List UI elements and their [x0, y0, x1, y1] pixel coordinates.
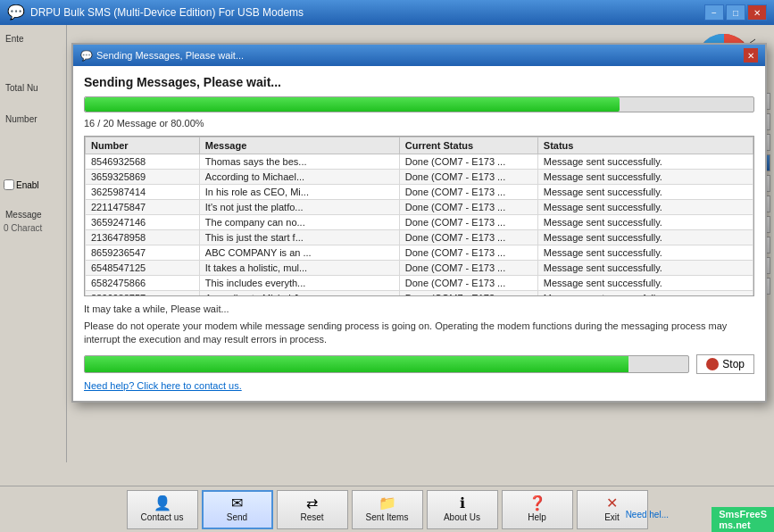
table-cell: Done (COM7 - E173 ... [399, 215, 537, 230]
help-icon: ❓ [528, 496, 546, 511]
window-controls: − □ ✕ [704, 4, 767, 21]
table-cell: Message sent successfully. [537, 215, 753, 230]
enable-label: Enabl [16, 180, 39, 190]
maximize-button[interactable]: □ [726, 4, 745, 21]
col-status: Status [537, 137, 753, 154]
table-cell: Done (COM7 - E173 ... [399, 200, 537, 215]
dialog-title: Sending Messages, Please wait... [96, 50, 244, 61]
warning-text: Please do not operate your modem while m… [84, 320, 754, 347]
enable-checkbox[interactable] [4, 179, 14, 190]
progress-text: 16 / 20 Message or 80.00% [84, 118, 754, 129]
help-link[interactable]: Need help? Click here to contact us. [84, 380, 242, 391]
table-cell: According to Michal J... [199, 291, 399, 297]
sent-items-button[interactable]: 📁 Sent Items [352, 490, 423, 529]
char-count: 0 Charact [4, 223, 62, 233]
message-table-container[interactable]: Number Message Current Status Status 854… [84, 136, 754, 296]
col-message: Message [199, 137, 399, 154]
table-cell: Thomas says the bes... [199, 154, 399, 170]
table-cell: Message sent successfully. [537, 230, 753, 245]
help-label: Help [528, 512, 546, 522]
dialog-heading: Sending Messages, Please wait... [84, 75, 754, 89]
app-body: Ente Total Nu Number Enabl Message 0 Cha… [0, 25, 774, 532]
table-cell: It's not just the platfo... [199, 200, 399, 215]
sent-items-label: Sent Items [366, 512, 409, 522]
stop-icon [706, 358, 719, 370]
exit-label: Exit [604, 512, 620, 522]
table-cell: 3659325869 [86, 170, 200, 185]
message-table: Number Message Current Status Status 854… [85, 137, 753, 296]
table-row: 3659325869According to Michael...Done (C… [86, 170, 753, 185]
table-cell: Done (COM7 - E173 ... [399, 276, 537, 291]
dialog-body: Sending Messages, Please wait... 16 / 20… [73, 66, 765, 401]
bottom-progress-row: Stop [84, 354, 754, 374]
bottom-toolbar: 👤 Contact us ✉ Send ⇄ Reset 📁 Sent Items… [0, 486, 774, 532]
dialog-icon: 💬 [80, 50, 93, 62]
table-cell: The company can no... [199, 215, 399, 230]
table-header-row: Number Message Current Status Status [86, 137, 753, 154]
wait-text: It may take a while, Please wait... [84, 303, 754, 314]
dialog-titlebar: 💬 Sending Messages, Please wait... ✕ [73, 45, 765, 66]
table-cell: Message sent successfully. [537, 154, 753, 170]
about-us-button[interactable]: ℹ About Us [427, 490, 498, 529]
bottom-help-text: Need hel... [626, 510, 669, 520]
table-cell: 2136478958 [86, 230, 200, 245]
app-icon: 💬 [7, 5, 25, 20]
table-cell: In his role as CEO, Mi... [199, 185, 399, 200]
send-button[interactable]: ✉ Send [202, 490, 273, 529]
table-row: 8896988757According to Michal J...Done (… [86, 291, 753, 297]
table-cell: This is just the start f... [199, 230, 399, 245]
about-us-icon: ℹ [460, 496, 465, 511]
table-cell: It takes a holistic, mul... [199, 261, 399, 276]
table-cell: Message sent successfully. [537, 261, 753, 276]
table-cell: Message sent successfully. [537, 245, 753, 261]
window-close-button[interactable]: ✕ [747, 4, 767, 21]
reset-button[interactable]: ⇄ Reset [277, 490, 348, 529]
table-row: 8546932568Thomas says the bes...Done (CO… [86, 154, 753, 170]
sent-items-icon: 📁 [379, 496, 396, 511]
table-row: 3659247146The company can no...Done (COM… [86, 215, 753, 230]
table-cell: 8659236547 [86, 245, 200, 261]
table-cell: 3625987414 [86, 185, 200, 200]
contact-us-icon: 👤 [154, 496, 171, 511]
help-button[interactable]: ❓ Help [502, 490, 573, 529]
sidebar-label-3: Number [4, 112, 62, 126]
top-progress-bar [84, 96, 754, 112]
sidebar-label-1: Ente [4, 32, 62, 46]
col-current-status: Current Status [399, 137, 537, 154]
about-us-label: About Us [444, 512, 480, 522]
table-row: 6582475866This includes everyth...Done (… [86, 276, 753, 291]
col-number: Number [86, 137, 200, 154]
message-table-body: 8546932568Thomas says the bes...Done (CO… [86, 154, 753, 297]
stop-button[interactable]: Stop [696, 354, 754, 374]
sidebar: Ente Total Nu Number Enabl Message 0 Cha… [0, 25, 67, 462]
bottom-progress-bar [84, 355, 689, 373]
minimize-button[interactable]: − [704, 4, 724, 21]
reset-label: Reset [300, 512, 323, 522]
table-cell: According to Michael... [199, 170, 399, 185]
table-cell: Message sent successfully. [537, 200, 753, 215]
table-cell: 6582475866 [86, 276, 200, 291]
dialog-close-button[interactable]: ✕ [744, 48, 758, 62]
watermark: SmsFreeSms.net [712, 507, 774, 532]
sidebar-label-2: Total Nu [4, 81, 62, 95]
bottom-progress-fill [85, 356, 628, 372]
table-cell: Done (COM7 - E173 ... [399, 261, 537, 276]
svg-point-3 [707, 359, 718, 370]
top-progress-fill [85, 97, 620, 112]
table-cell: Done (COM7 - E173 ... [399, 245, 537, 261]
table-cell: Done (COM7 - E173 ... [399, 185, 537, 200]
table-cell: 8546932568 [86, 154, 200, 170]
send-label: Send [227, 512, 247, 522]
table-row: 3625987414In his role as CEO, Mi...Done … [86, 185, 753, 200]
table-row: 8659236547ABC COMPANY is an ...Done (COM… [86, 245, 753, 261]
contact-us-button[interactable]: 👤 Contact us [127, 490, 198, 529]
table-cell: 6548547125 [86, 261, 200, 276]
sending-dialog: 💬 Sending Messages, Please wait... ✕ Sen… [71, 43, 767, 403]
table-cell: 8896988757 [86, 291, 200, 297]
table-row: 2136478958This is just the start f...Don… [86, 230, 753, 245]
table-cell: Message sent successfully. [537, 185, 753, 200]
table-cell: Done (COM7 - E173 ... [399, 154, 537, 170]
table-row: 2211475847It's not just the platfo...Don… [86, 200, 753, 215]
title-bar: 💬 DRPU Bulk SMS (Multi-Device Edition) F… [0, 0, 774, 25]
send-icon: ✉ [231, 496, 243, 511]
